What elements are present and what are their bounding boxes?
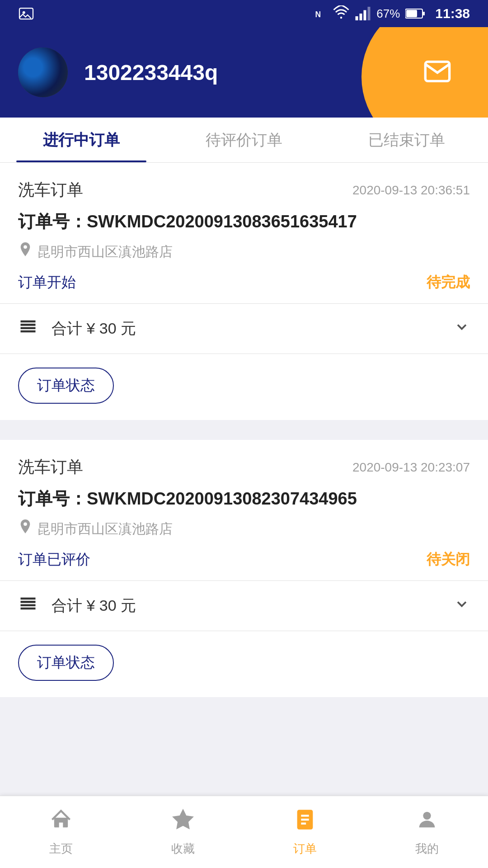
header: 1302233443q (0, 27, 488, 118)
person-icon (415, 808, 439, 836)
order-total-row[interactable]: 合计 ¥ 30 元 (18, 581, 470, 631)
order-total-row[interactable]: 合计 ¥ 30 元 (18, 304, 470, 354)
order-type: 洗车订单 (18, 179, 83, 201)
order-status-row: 订单开始 待完成 (18, 273, 470, 292)
order-status-left: 订单开始 (18, 273, 76, 292)
list-icon (18, 594, 38, 618)
nav-home[interactable]: 主页 (0, 796, 122, 868)
order-status-row: 订单已评价 待关闭 (18, 550, 470, 570)
order-status-right: 待关闭 (427, 550, 470, 570)
mail-button[interactable] (423, 57, 452, 88)
svg-rect-10 (422, 12, 425, 15)
order-number: 订单号：SWKMDC20200913082307434965 (18, 487, 470, 510)
nfc-icon: N (314, 7, 328, 20)
nav-home-label: 主页 (49, 841, 73, 857)
order-card: 洗车订单 2020-09-13 20:36:51 订单号：SWKMDC20200… (0, 163, 488, 420)
svg-point-27 (423, 811, 431, 819)
username: 1302233443q (84, 60, 423, 85)
order-address: 昆明市西山区滇池路店 (37, 520, 173, 538)
svg-text:N: N (315, 10, 321, 19)
list-icon (18, 316, 38, 341)
order-address: 昆明市西山区滇池路店 (37, 243, 173, 261)
avatar[interactable] (18, 47, 68, 97)
nav-orders[interactable]: 订单 (244, 796, 366, 868)
tab-ended-orders[interactable]: 已结束订单 (325, 118, 488, 162)
signal-icon (355, 5, 371, 22)
order-type: 洗车订单 (18, 456, 83, 478)
orders-list: 洗车订单 2020-09-13 20:36:51 订单号：SWKMDC20200… (0, 163, 488, 789)
chevron-down-icon[interactable] (454, 319, 470, 339)
order-time: 2020-09-13 20:23:07 (352, 460, 470, 475)
order-location: 昆明市西山区滇池路店 (18, 519, 470, 539)
order-total: 合计 ¥ 30 元 (52, 318, 445, 339)
location-icon (18, 519, 33, 539)
svg-rect-7 (368, 7, 371, 20)
order-actions: 订单状态 (18, 354, 470, 420)
order-tabs: 进行中订单 待评价订单 已结束订单 (0, 118, 488, 163)
photo-icon (18, 5, 34, 22)
star-icon (171, 808, 195, 836)
nav-orders-label: 订单 (293, 841, 317, 857)
nav-favorites[interactable]: 收藏 (122, 796, 244, 868)
order-total: 合计 ¥ 30 元 (52, 595, 445, 616)
location-icon (18, 242, 33, 262)
status-bar-left (18, 5, 307, 22)
battery-text: 67% (376, 7, 400, 21)
order-card: 洗车订单 2020-09-13 20:23:07 订单号：SWKMDC20200… (0, 440, 488, 697)
order-header: 洗车订单 2020-09-13 20:36:51 (18, 179, 470, 201)
order-time: 2020-09-13 20:36:51 (352, 183, 470, 198)
nav-mine[interactable]: 我的 (366, 796, 488, 868)
order-header: 洗车订单 2020-09-13 20:23:07 (18, 456, 470, 478)
order-status-left: 订单已评价 (18, 550, 90, 570)
tab-active-orders[interactable]: 进行中订单 (0, 118, 163, 162)
wifi-icon (333, 5, 349, 22)
chevron-down-icon[interactable] (454, 596, 470, 616)
order-number: 订单号：SWKMDC20200913083651635417 (18, 210, 470, 233)
svg-rect-6 (364, 10, 366, 21)
svg-rect-9 (406, 10, 417, 17)
svg-point-17 (23, 522, 27, 526)
svg-rect-4 (356, 16, 358, 20)
home-icon (49, 808, 73, 836)
nav-mine-label: 我的 (415, 841, 439, 857)
order-status-button[interactable]: 订单状态 (18, 368, 114, 404)
battery-icon (405, 8, 425, 19)
svg-rect-0 (19, 8, 33, 19)
order-location: 昆明市西山区滇池路店 (18, 242, 470, 262)
svg-rect-5 (360, 14, 362, 20)
svg-point-1 (23, 11, 25, 14)
svg-point-3 (340, 17, 343, 19)
status-bar: N 67% 11:38 (0, 0, 488, 27)
orders-icon (293, 808, 317, 836)
nav-favorites-label: 收藏 (171, 841, 195, 857)
order-actions: 订单状态 (18, 631, 470, 697)
bottom-nav: 主页 收藏 订单 我的 (0, 796, 488, 868)
order-status-button[interactable]: 订单状态 (18, 645, 114, 681)
svg-marker-22 (173, 810, 192, 828)
status-icons: N 67% 11:38 (314, 5, 470, 22)
order-status-right: 待完成 (427, 273, 470, 292)
separator (0, 431, 488, 440)
tab-pending-review[interactable]: 待评价订单 (163, 118, 325, 162)
status-time: 11:38 (435, 6, 470, 21)
svg-point-12 (23, 245, 27, 249)
